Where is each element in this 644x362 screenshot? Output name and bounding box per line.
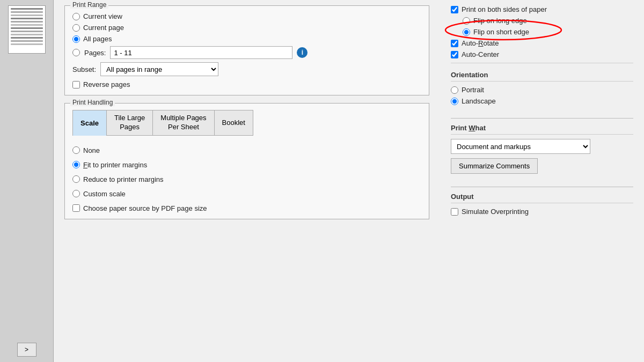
subset-row: Subset: All pages in range Odd pages onl…: [72, 62, 421, 76]
landscape-radio[interactable]: [451, 98, 458, 105]
both-sides-section: Print on both sides of paper Flip on lon…: [451, 5, 633, 63]
reduce-to-printer-radio[interactable]: [72, 175, 80, 183]
landscape-row: Landscape: [451, 97, 633, 105]
auto-rotate-label[interactable]: Auto-Rotate: [462, 39, 499, 47]
reduce-to-printer-label[interactable]: Reduce to printer margins: [83, 175, 164, 183]
tab-multiple-pages[interactable]: Multiple PagesPer Sheet: [152, 110, 214, 136]
left-column: Print Range Current view Current page: [64, 5, 429, 357]
preview-line: [11, 40, 43, 42]
orientation-title: Orientation: [451, 71, 633, 82]
print-handling-section: Print Handling Scale Tile LargePages Mul…: [64, 103, 429, 219]
info-icon[interactable]: i: [297, 47, 308, 58]
all-pages-row: All pages: [72, 35, 421, 43]
fit-to-printer-row: Fit to printer margins: [72, 161, 421, 169]
print-what-section: Print What Document and markups Document…: [451, 124, 633, 174]
subset-select[interactable]: All pages in range Odd pages only Even p…: [100, 62, 218, 76]
all-pages-label[interactable]: All pages: [83, 35, 112, 43]
choose-paper-checkbox[interactable]: [72, 204, 80, 212]
none-radio[interactable]: [72, 146, 80, 154]
fit-to-printer-radio[interactable]: [72, 161, 80, 168]
print-what-select[interactable]: Document and markups Document Annotation…: [451, 139, 590, 154]
divider-2: [451, 187, 633, 187]
tab-scale[interactable]: Scale: [72, 110, 106, 136]
tab-booklet[interactable]: Booklet: [214, 110, 253, 136]
choose-paper-label[interactable]: Choose paper source by PDF page size: [83, 204, 207, 212]
simulate-overprinting-label[interactable]: Simulate Overprinting: [462, 208, 529, 216]
none-row: None: [72, 146, 421, 154]
preview-line: [11, 18, 43, 19]
landscape-label[interactable]: Landscape: [462, 97, 496, 105]
reduce-to-printer-row: Reduce to printer margins: [72, 175, 421, 183]
custom-scale-label[interactable]: Custom scale: [83, 190, 126, 198]
right-column: Print on both sides of paper Flip on lon…: [451, 5, 633, 357]
current-view-label[interactable]: Current view: [83, 12, 122, 20]
preview-line: [11, 14, 43, 16]
flip-short-radio[interactable]: [463, 28, 470, 36]
print-range-label: Print Range: [70, 1, 108, 9]
portrait-label[interactable]: Portrait: [462, 86, 484, 94]
pages-label[interactable]: Pages:: [84, 49, 106, 57]
scale-options: None Fit to printer margins Reduce to pr…: [72, 143, 421, 212]
both-sides-checkbox[interactable]: [451, 6, 458, 13]
flip-long-radio[interactable]: [463, 17, 470, 25]
reverse-pages-label[interactable]: Reverse pages: [83, 80, 130, 88]
preview-line: [11, 27, 43, 29]
orientation-section: Orientation Portrait Landscape: [451, 71, 633, 105]
both-sides-row: Print on both sides of paper: [451, 5, 633, 13]
simulate-overprinting-row: Simulate Overprinting: [451, 208, 633, 216]
custom-scale-radio[interactable]: [72, 190, 80, 197]
output-section: Output Simulate Overprinting: [451, 193, 633, 216]
flip-long-row: Flip on long edge: [463, 17, 633, 25]
pages-radio[interactable]: [72, 49, 80, 56]
pages-input[interactable]: [110, 46, 292, 59]
preview-line: [11, 24, 43, 26]
auto-center-checkbox[interactable]: [451, 51, 458, 58]
output-title: Output: [451, 193, 633, 203]
pages-row: Pages: i: [72, 46, 421, 59]
auto-rotate-row: Auto-Rotate: [451, 39, 633, 47]
none-label[interactable]: None: [83, 146, 100, 154]
flip-short-label[interactable]: Flip on short edge: [473, 28, 529, 36]
tabs-row: Scale Tile LargePages Multiple PagesPer …: [72, 110, 421, 136]
tab-tile-large[interactable]: Tile LargePages: [106, 110, 152, 136]
reverse-pages-checkbox[interactable]: [72, 81, 80, 88]
current-view-radio[interactable]: [72, 13, 80, 20]
auto-center-row: Auto-Center: [451, 50, 633, 58]
print-range-section: Print Range Current view Current page: [64, 5, 429, 95]
portrait-radio[interactable]: [451, 86, 458, 94]
current-page-label[interactable]: Current page: [83, 24, 124, 32]
summarize-comments-button[interactable]: Summarize Comments: [451, 158, 538, 174]
preview-line: [11, 21, 43, 23]
both-sides-label[interactable]: Print on both sides of paper: [462, 5, 547, 13]
current-view-row: Current view: [72, 12, 421, 20]
all-pages-radio[interactable]: [72, 35, 80, 43]
preview-line: [11, 31, 43, 32]
print-what-title: Print What: [451, 124, 633, 135]
current-page-row: Current page: [72, 24, 421, 32]
simulate-overprinting-checkbox[interactable]: [451, 208, 458, 216]
portrait-row: Portrait: [451, 86, 633, 94]
flip-long-label[interactable]: Flip on long edge: [473, 17, 527, 25]
fit-to-printer-label[interactable]: Fit to printer margins: [83, 161, 147, 169]
preview-line: [11, 43, 43, 45]
auto-center-label[interactable]: Auto-Center: [462, 50, 499, 58]
preview-line: [11, 34, 43, 35]
auto-rotate-checkbox[interactable]: [451, 40, 458, 47]
preview-line: [11, 8, 43, 10]
content-area: Print Range Current view Current page: [54, 0, 644, 362]
preview-page: [8, 5, 46, 54]
preview-line: [11, 37, 43, 39]
reverse-pages-row: Reverse pages: [72, 80, 421, 88]
choose-paper-row: Choose paper source by PDF page size: [72, 204, 421, 212]
flip-short-row: Flip on short edge: [463, 28, 633, 36]
custom-scale-row: Custom scale: [72, 190, 421, 198]
preview-panel: >: [0, 0, 54, 362]
divider: [451, 118, 633, 119]
preview-line: [11, 11, 43, 13]
main-container: > Print Range Current view Current page: [0, 0, 644, 362]
current-page-radio[interactable]: [72, 24, 80, 32]
flip-options: Flip on long edge Flip on short edge: [451, 17, 633, 36]
subset-label: Subset:: [72, 65, 96, 73]
next-page-button[interactable]: >: [17, 343, 36, 357]
print-handling-label: Print Handling: [70, 99, 115, 106]
